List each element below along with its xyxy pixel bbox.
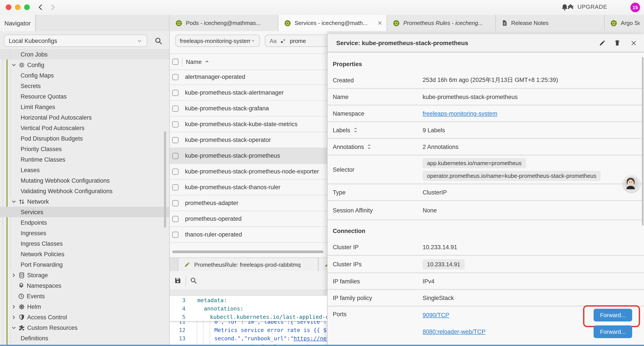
editor-tab-prometheusrule[interactable]: PrometheusRule: freeleaps-prod-rabbitmq xyxy=(178,258,318,271)
sidebar-item-network-policies[interactable]: Network Policies xyxy=(0,249,169,259)
row-checkbox[interactable] xyxy=(172,184,178,190)
yaml-editor[interactable]: 110","for":"1m","labels":{"service":"12M… xyxy=(170,296,327,345)
navigator-tab-label: Navigator xyxy=(4,19,31,26)
sidebar-item-events[interactable]: Events xyxy=(0,291,169,301)
sidebar-item-config[interactable]: Config xyxy=(0,59,169,70)
chevron-right-icon[interactable] xyxy=(10,272,17,278)
sidebar-item-leases[interactable]: Leases xyxy=(0,165,169,175)
sidebar-item-runtime-classes[interactable]: Runtime Classes xyxy=(0,154,169,165)
forward-button[interactable]: Forward... xyxy=(594,309,632,321)
sidebar-item-storage[interactable]: Storage xyxy=(0,270,169,280)
chevron-right-icon[interactable] xyxy=(10,314,17,320)
table-row-kube-prometheus-stack-grafana[interactable]: kube-prometheus-stack-grafana xyxy=(170,101,327,116)
sidebar-item-namespaces[interactable]: Namespaces xyxy=(0,280,169,291)
table-row-prometheus-adapter[interactable]: prometheus-adapter xyxy=(170,195,327,211)
save-icon[interactable] xyxy=(174,277,182,284)
editor-tab-next[interactable] xyxy=(319,258,327,271)
tab-argo-se[interactable]: Argo Se xyxy=(604,15,644,31)
row-checkbox[interactable] xyxy=(172,137,178,143)
name-column-header[interactable]: Name xyxy=(186,58,202,65)
row-checkbox[interactable] xyxy=(172,74,178,80)
sidebar-item-ingress-classes[interactable]: Ingress Classes xyxy=(0,238,169,249)
search-icon[interactable] xyxy=(154,37,163,45)
sidebar-item-resource-quotas[interactable]: Resource Quotas xyxy=(0,91,169,102)
table-row-kube-prometheus-stack-alertmanager[interactable]: kube-prometheus-stack-alertmanager xyxy=(170,85,327,101)
row-checkbox[interactable] xyxy=(172,232,178,238)
search-icon[interactable] xyxy=(190,277,197,284)
row-checkbox[interactable] xyxy=(172,90,178,96)
avatar[interactable] xyxy=(624,176,640,192)
tab-prometheus-rules-icecheng[interactable]: Prometheus Rules - icecheng... xyxy=(387,15,496,31)
sidebar-item-vertical-pod-autoscalers[interactable]: Vertical Pod Autoscalers xyxy=(0,123,169,133)
code-line-5: 5kubectl.kubernetes.io/last-applied-con xyxy=(170,313,327,321)
port-link-9090-tcp[interactable]: 9090/TCP xyxy=(422,312,449,318)
tab-pods-icecheng-mathmas[interactable]: Pods - icecheng@mathmas... xyxy=(170,15,278,31)
chevron-down-icon[interactable] xyxy=(10,62,17,68)
table-row-alertmanager-operated[interactable]: alertmanager-operated xyxy=(170,69,327,85)
sidebar-item-port-forwarding[interactable]: Port Forwarding xyxy=(0,259,169,270)
sidebar-item-pod-disruption-budgets[interactable]: Pod Disruption Budgets xyxy=(0,133,169,144)
sidebar-item-config-maps[interactable]: Config Maps xyxy=(0,70,169,81)
row-checkbox[interactable] xyxy=(172,216,178,222)
sidebar-item-priority-classes[interactable]: Priority Classes xyxy=(0,144,169,154)
namespace-link[interactable]: freeleaps-monitoring-system xyxy=(422,110,497,117)
table-row-thanos-ruler-operated[interactable]: thanos-ruler-operated xyxy=(170,227,327,243)
sidebar-item-ingresses[interactable]: Ingresses xyxy=(0,228,169,238)
table-row-kube-prometheus-stack-operator[interactable]: kube-prometheus-stack-operator xyxy=(170,132,327,148)
notification-count-badge[interactable]: 15 xyxy=(630,3,640,12)
port-link-8080-reloader-web-tcp[interactable]: 8080:reloader-web/TCP xyxy=(422,328,486,335)
sidebar-item-access-control[interactable]: Access Control xyxy=(0,312,169,322)
sidebar-item-network[interactable]: Network xyxy=(0,196,169,207)
sidebar-item-horizontal-pod-autoscalers[interactable]: Horizontal Pod Autoscalers xyxy=(0,112,169,123)
navigator-tab[interactable]: Navigator xyxy=(0,15,36,31)
tab-release-notes[interactable]: Release Notes xyxy=(496,15,604,31)
upgrade-button[interactable]: UPGRADE xyxy=(567,3,607,10)
sidebar-item-definitions[interactable]: Definitions xyxy=(0,333,169,343)
close-window-button[interactable] xyxy=(6,4,12,10)
maximize-window-button[interactable] xyxy=(24,4,30,10)
sidebar-item-custom-resources[interactable]: Custom Resources xyxy=(0,322,169,333)
expand-sorter-icon[interactable] xyxy=(353,127,358,133)
chevron-down-icon[interactable] xyxy=(10,325,17,331)
forward-arrow-icon[interactable] xyxy=(49,3,56,11)
delete-icon[interactable] xyxy=(614,39,621,46)
sidebar-item-services[interactable]: Services xyxy=(0,207,169,217)
sidebar-item-limit-ranges[interactable]: Limit Ranges xyxy=(0,102,169,112)
list-horizontal-scrollbar[interactable] xyxy=(172,251,324,253)
table-row-kube-prometheus-stack-kube-state-metrics[interactable]: kube-prometheus-stack-kube-state-metrics xyxy=(170,116,327,132)
edit-icon[interactable] xyxy=(599,39,606,46)
sort-ascending-icon[interactable] xyxy=(204,59,210,64)
forward-button[interactable]: Forward... xyxy=(594,325,632,338)
close-tab-icon[interactable] xyxy=(378,20,382,25)
chevron-down-icon[interactable] xyxy=(10,199,17,204)
sidebar-item-validating-webhook-configurations[interactable]: Validating Webhook Configurations xyxy=(0,186,169,196)
table-row-kube-prometheus-stack-prometheus-node-ex[interactable]: kube-prometheus-stack-prometheus-node-ex… xyxy=(170,164,327,180)
table-row-prometheus-operated[interactable]: prometheus-operated xyxy=(170,211,327,227)
detail-panel-scrollbar[interactable] xyxy=(642,57,644,226)
tab-services-icecheng-math[interactable]: Services - icecheng@math... xyxy=(278,15,387,31)
select-all-checkbox[interactable] xyxy=(172,59,178,65)
chevron-right-icon[interactable] xyxy=(10,304,17,310)
sidebar-item-cron-jobs[interactable]: Cron Jobs xyxy=(0,49,169,59)
row-checkbox[interactable] xyxy=(172,200,178,206)
table-row-kube-prometheus-stack-thanos-ruler[interactable]: kube-prometheus-stack-thanos-ruler xyxy=(170,180,327,195)
sidebar-item-helm[interactable]: Helm xyxy=(0,301,169,312)
row-checkbox[interactable] xyxy=(172,121,178,127)
namespace-filter[interactable]: freeleaps-monitoring-system xyxy=(175,34,260,47)
regex-toggle[interactable]: * xyxy=(281,37,286,44)
sidebar-item-endpoints[interactable]: Endpoints xyxy=(0,217,169,228)
minimize-window-button[interactable] xyxy=(15,4,20,10)
sidebar-item-secrets[interactable]: Secrets xyxy=(0,81,169,91)
search-input[interactable]: Aa * prome xyxy=(265,34,327,47)
row-checkbox[interactable] xyxy=(172,168,178,175)
row-checkbox[interactable] xyxy=(172,105,178,111)
sidebar-scrollbar[interactable] xyxy=(164,131,166,228)
match-case-toggle[interactable]: Aa xyxy=(270,37,277,44)
kubeconfig-selector[interactable]: Local Kubeconfigs xyxy=(4,34,147,47)
expand-sorter-icon[interactable] xyxy=(367,144,372,150)
back-arrow-icon[interactable] xyxy=(37,3,44,11)
row-checkbox[interactable] xyxy=(172,153,178,159)
sidebar-item-mutating-webhook-configurations[interactable]: Mutating Webhook Configurations xyxy=(0,175,169,186)
close-icon[interactable] xyxy=(630,40,637,46)
table-row-kube-prometheus-stack-prometheus[interactable]: kube-prometheus-stack-prometheus xyxy=(170,148,327,164)
